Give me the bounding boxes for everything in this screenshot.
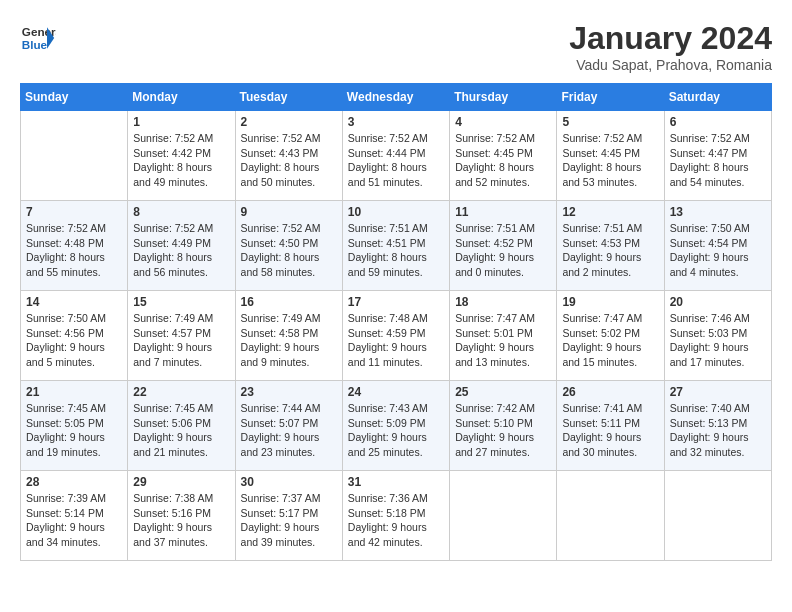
day-info: Sunrise: 7:52 AMSunset: 4:48 PMDaylight:…	[26, 221, 122, 280]
week-row-3: 14Sunrise: 7:50 AMSunset: 4:56 PMDayligh…	[21, 291, 772, 381]
week-row-5: 28Sunrise: 7:39 AMSunset: 5:14 PMDayligh…	[21, 471, 772, 561]
page-header: General Blue January 2024 Vadu Sapat, Pr…	[20, 20, 772, 73]
week-row-1: 1Sunrise: 7:52 AMSunset: 4:42 PMDaylight…	[21, 111, 772, 201]
day-info: Sunrise: 7:49 AMSunset: 4:58 PMDaylight:…	[241, 311, 337, 370]
weekday-header-saturday: Saturday	[664, 84, 771, 111]
calendar-cell: 7Sunrise: 7:52 AMSunset: 4:48 PMDaylight…	[21, 201, 128, 291]
calendar-cell: 27Sunrise: 7:40 AMSunset: 5:13 PMDayligh…	[664, 381, 771, 471]
calendar-cell: 9Sunrise: 7:52 AMSunset: 4:50 PMDaylight…	[235, 201, 342, 291]
day-info: Sunrise: 7:52 AMSunset: 4:44 PMDaylight:…	[348, 131, 444, 190]
calendar-table: SundayMondayTuesdayWednesdayThursdayFrid…	[20, 83, 772, 561]
day-info: Sunrise: 7:50 AMSunset: 4:56 PMDaylight:…	[26, 311, 122, 370]
day-info: Sunrise: 7:51 AMSunset: 4:53 PMDaylight:…	[562, 221, 658, 280]
calendar-cell: 25Sunrise: 7:42 AMSunset: 5:10 PMDayligh…	[450, 381, 557, 471]
day-info: Sunrise: 7:37 AMSunset: 5:17 PMDaylight:…	[241, 491, 337, 550]
day-info: Sunrise: 7:47 AMSunset: 5:02 PMDaylight:…	[562, 311, 658, 370]
calendar-cell: 3Sunrise: 7:52 AMSunset: 4:44 PMDaylight…	[342, 111, 449, 201]
weekday-header-tuesday: Tuesday	[235, 84, 342, 111]
day-number: 21	[26, 385, 122, 399]
week-row-2: 7Sunrise: 7:52 AMSunset: 4:48 PMDaylight…	[21, 201, 772, 291]
day-info: Sunrise: 7:48 AMSunset: 4:59 PMDaylight:…	[348, 311, 444, 370]
day-number: 11	[455, 205, 551, 219]
location-title: Vadu Sapat, Prahova, Romania	[569, 57, 772, 73]
calendar-cell: 1Sunrise: 7:52 AMSunset: 4:42 PMDaylight…	[128, 111, 235, 201]
day-info: Sunrise: 7:39 AMSunset: 5:14 PMDaylight:…	[26, 491, 122, 550]
day-info: Sunrise: 7:44 AMSunset: 5:07 PMDaylight:…	[241, 401, 337, 460]
calendar-cell: 13Sunrise: 7:50 AMSunset: 4:54 PMDayligh…	[664, 201, 771, 291]
day-number: 1	[133, 115, 229, 129]
logo: General Blue	[20, 20, 56, 56]
calendar-cell: 26Sunrise: 7:41 AMSunset: 5:11 PMDayligh…	[557, 381, 664, 471]
day-number: 19	[562, 295, 658, 309]
calendar-cell	[21, 111, 128, 201]
day-number: 23	[241, 385, 337, 399]
month-title: January 2024	[569, 20, 772, 57]
day-number: 7	[26, 205, 122, 219]
calendar-cell: 16Sunrise: 7:49 AMSunset: 4:58 PMDayligh…	[235, 291, 342, 381]
day-info: Sunrise: 7:50 AMSunset: 4:54 PMDaylight:…	[670, 221, 766, 280]
day-info: Sunrise: 7:40 AMSunset: 5:13 PMDaylight:…	[670, 401, 766, 460]
weekday-header-sunday: Sunday	[21, 84, 128, 111]
calendar-cell: 30Sunrise: 7:37 AMSunset: 5:17 PMDayligh…	[235, 471, 342, 561]
day-info: Sunrise: 7:49 AMSunset: 4:57 PMDaylight:…	[133, 311, 229, 370]
calendar-cell: 28Sunrise: 7:39 AMSunset: 5:14 PMDayligh…	[21, 471, 128, 561]
day-info: Sunrise: 7:51 AMSunset: 4:52 PMDaylight:…	[455, 221, 551, 280]
calendar-cell: 15Sunrise: 7:49 AMSunset: 4:57 PMDayligh…	[128, 291, 235, 381]
title-area: January 2024 Vadu Sapat, Prahova, Romani…	[569, 20, 772, 73]
day-number: 31	[348, 475, 444, 489]
day-info: Sunrise: 7:52 AMSunset: 4:42 PMDaylight:…	[133, 131, 229, 190]
calendar-cell: 14Sunrise: 7:50 AMSunset: 4:56 PMDayligh…	[21, 291, 128, 381]
day-number: 13	[670, 205, 766, 219]
day-info: Sunrise: 7:52 AMSunset: 4:45 PMDaylight:…	[562, 131, 658, 190]
calendar-cell: 19Sunrise: 7:47 AMSunset: 5:02 PMDayligh…	[557, 291, 664, 381]
calendar-cell: 5Sunrise: 7:52 AMSunset: 4:45 PMDaylight…	[557, 111, 664, 201]
weekday-header-thursday: Thursday	[450, 84, 557, 111]
weekday-header-wednesday: Wednesday	[342, 84, 449, 111]
day-info: Sunrise: 7:46 AMSunset: 5:03 PMDaylight:…	[670, 311, 766, 370]
weekday-header-friday: Friday	[557, 84, 664, 111]
calendar-cell	[557, 471, 664, 561]
day-number: 2	[241, 115, 337, 129]
day-number: 6	[670, 115, 766, 129]
day-info: Sunrise: 7:42 AMSunset: 5:10 PMDaylight:…	[455, 401, 551, 460]
day-info: Sunrise: 7:52 AMSunset: 4:47 PMDaylight:…	[670, 131, 766, 190]
calendar-cell: 24Sunrise: 7:43 AMSunset: 5:09 PMDayligh…	[342, 381, 449, 471]
day-info: Sunrise: 7:45 AMSunset: 5:05 PMDaylight:…	[26, 401, 122, 460]
calendar-cell: 20Sunrise: 7:46 AMSunset: 5:03 PMDayligh…	[664, 291, 771, 381]
weekday-header-row: SundayMondayTuesdayWednesdayThursdayFrid…	[21, 84, 772, 111]
day-number: 18	[455, 295, 551, 309]
calendar-cell	[664, 471, 771, 561]
day-number: 17	[348, 295, 444, 309]
day-info: Sunrise: 7:52 AMSunset: 4:43 PMDaylight:…	[241, 131, 337, 190]
calendar-cell	[450, 471, 557, 561]
logo-icon: General Blue	[20, 20, 56, 56]
day-info: Sunrise: 7:51 AMSunset: 4:51 PMDaylight:…	[348, 221, 444, 280]
day-number: 20	[670, 295, 766, 309]
calendar-cell: 23Sunrise: 7:44 AMSunset: 5:07 PMDayligh…	[235, 381, 342, 471]
day-number: 30	[241, 475, 337, 489]
calendar-cell: 4Sunrise: 7:52 AMSunset: 4:45 PMDaylight…	[450, 111, 557, 201]
calendar-cell: 31Sunrise: 7:36 AMSunset: 5:18 PMDayligh…	[342, 471, 449, 561]
day-number: 24	[348, 385, 444, 399]
day-number: 25	[455, 385, 551, 399]
calendar-cell: 22Sunrise: 7:45 AMSunset: 5:06 PMDayligh…	[128, 381, 235, 471]
calendar-cell: 8Sunrise: 7:52 AMSunset: 4:49 PMDaylight…	[128, 201, 235, 291]
day-number: 27	[670, 385, 766, 399]
week-row-4: 21Sunrise: 7:45 AMSunset: 5:05 PMDayligh…	[21, 381, 772, 471]
calendar-cell: 11Sunrise: 7:51 AMSunset: 4:52 PMDayligh…	[450, 201, 557, 291]
calendar-cell: 6Sunrise: 7:52 AMSunset: 4:47 PMDaylight…	[664, 111, 771, 201]
calendar-cell: 29Sunrise: 7:38 AMSunset: 5:16 PMDayligh…	[128, 471, 235, 561]
day-number: 5	[562, 115, 658, 129]
calendar-cell: 12Sunrise: 7:51 AMSunset: 4:53 PMDayligh…	[557, 201, 664, 291]
day-number: 29	[133, 475, 229, 489]
day-number: 8	[133, 205, 229, 219]
calendar-cell: 18Sunrise: 7:47 AMSunset: 5:01 PMDayligh…	[450, 291, 557, 381]
day-info: Sunrise: 7:45 AMSunset: 5:06 PMDaylight:…	[133, 401, 229, 460]
day-number: 26	[562, 385, 658, 399]
calendar-cell: 10Sunrise: 7:51 AMSunset: 4:51 PMDayligh…	[342, 201, 449, 291]
day-number: 9	[241, 205, 337, 219]
day-info: Sunrise: 7:52 AMSunset: 4:45 PMDaylight:…	[455, 131, 551, 190]
calendar-cell: 21Sunrise: 7:45 AMSunset: 5:05 PMDayligh…	[21, 381, 128, 471]
day-info: Sunrise: 7:38 AMSunset: 5:16 PMDaylight:…	[133, 491, 229, 550]
day-number: 3	[348, 115, 444, 129]
